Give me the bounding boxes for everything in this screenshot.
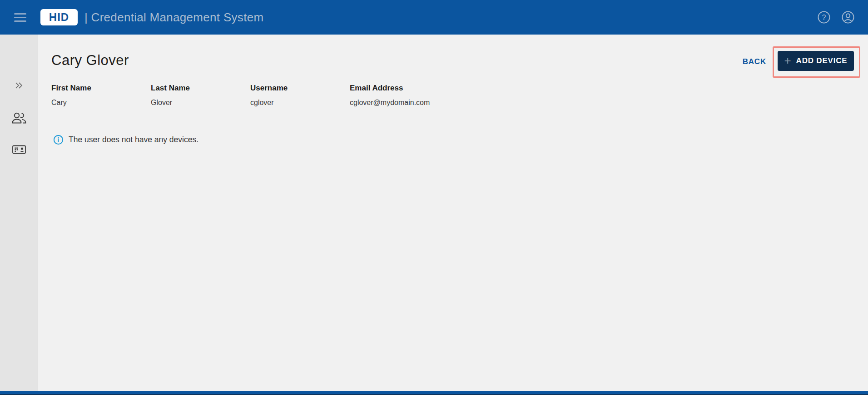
- app-title: | Credential Management System: [84, 10, 263, 25]
- back-button[interactable]: BACK: [743, 57, 766, 66]
- people-icon: [11, 111, 27, 125]
- field-label: First Name: [51, 84, 151, 93]
- hid-logo: HID: [40, 9, 78, 25]
- help-icon[interactable]: ?: [817, 10, 831, 25]
- field-email: Email Address cglover@mydomain.com: [350, 84, 449, 107]
- sidebar-item-credentials[interactable]: [0, 143, 38, 156]
- field-label: Last Name: [151, 84, 250, 93]
- header-actions: ?: [817, 10, 855, 25]
- field-value: Glover: [151, 99, 250, 107]
- add-device-button-label: ADD DEVICE: [796, 56, 848, 65]
- account-icon[interactable]: [841, 10, 855, 25]
- user-details: First Name Cary Last Name Glover Usernam…: [51, 84, 449, 107]
- hamburger-menu-icon[interactable]: [14, 12, 27, 22]
- field-label: Username: [250, 84, 350, 93]
- svg-text:?: ?: [822, 14, 826, 21]
- field-last-name: Last Name Glover: [151, 84, 250, 107]
- no-devices-message: The user does not have any devices.: [53, 135, 198, 145]
- id-badge-icon: [11, 143, 27, 156]
- field-value: cglover@mydomain.com: [350, 99, 449, 107]
- hid-logo-text: HID: [49, 11, 69, 24]
- sidebar: [0, 35, 38, 395]
- sidebar-item-users[interactable]: [0, 111, 38, 125]
- field-value: cglover: [250, 99, 350, 107]
- plus-icon: +: [784, 55, 792, 66]
- field-label: Email Address: [350, 84, 449, 93]
- bottom-bar: [0, 391, 868, 395]
- double-chevron-right-icon: [14, 81, 24, 90]
- info-circle-icon: [53, 135, 64, 145]
- app-header: HID | Credential Management System ?: [0, 0, 868, 35]
- sidebar-expand-button[interactable]: [0, 81, 38, 90]
- no-devices-text: The user does not have any devices.: [69, 135, 198, 145]
- app-window: HID | Credential Management System ?: [0, 0, 868, 395]
- add-device-button[interactable]: + ADD DEVICE: [778, 51, 854, 71]
- field-value: Cary: [51, 99, 151, 107]
- field-username: Username cglover: [250, 84, 350, 107]
- field-first-name: First Name Cary: [51, 84, 151, 107]
- page-title: Cary Glover: [51, 52, 129, 69]
